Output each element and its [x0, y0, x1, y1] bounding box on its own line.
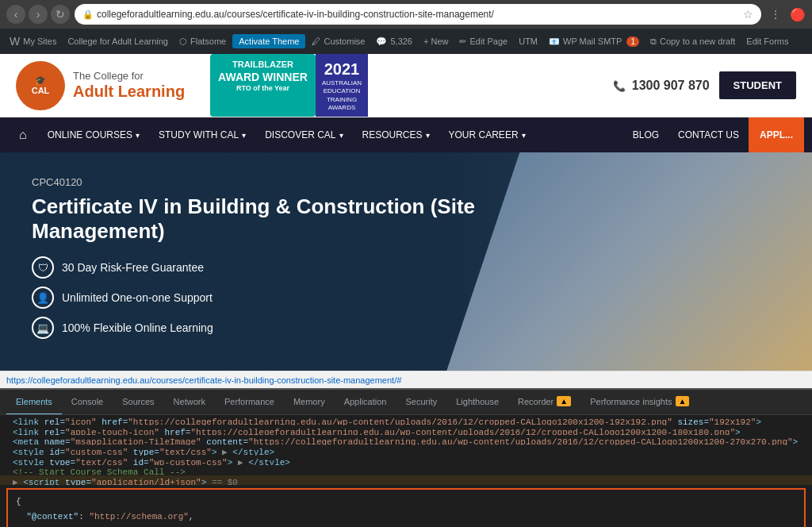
- wp-my-sites[interactable]: W My Sites: [5, 29, 61, 54]
- devtools-tab-recorder[interactable]: Recorder ▲: [508, 390, 580, 415]
- hero-section: CPC40120 Certificate IV in Building & Co…: [0, 152, 812, 371]
- chevron-down-icon: ▾: [136, 131, 140, 140]
- nav-discover-cal[interactable]: DISCOVER CAL ▾: [255, 117, 352, 152]
- logo-line2: Adult Learning: [73, 83, 185, 100]
- award-org2: EDUCATION: [322, 87, 362, 95]
- feature3-text: 100% Flexible Online Learning: [62, 321, 213, 334]
- wp-customise[interactable]: 🖊 Customise: [307, 29, 370, 54]
- json-content-panel: { "@context": "http://schema.org", "@typ…: [6, 488, 806, 527]
- activate-theme-button[interactable]: Activate Theme: [232, 34, 305, 48]
- reload-button[interactable]: ↻: [51, 5, 70, 24]
- wp-utm[interactable]: UTM: [514, 29, 542, 54]
- header-right: 📞 1300 907 870 STUDENT: [613, 71, 796, 99]
- wp-college-link[interactable]: College for Adult Learning: [63, 29, 173, 54]
- site-logo[interactable]: 🎓CAL The College for Adult Learning TRAI…: [16, 54, 368, 117]
- wp-mail-smtp[interactable]: 📧 WP Mail SMTP 1: [544, 29, 644, 54]
- cal-logo-circle: 🎓CAL: [16, 61, 65, 110]
- nav-blog[interactable]: BLOG: [623, 117, 668, 152]
- flatsome-icon: ⬡: [179, 37, 187, 47]
- wp-new[interactable]: + New: [419, 29, 454, 54]
- nav-online-courses[interactable]: ONLINE COURSES ▾: [38, 117, 149, 152]
- phone-number: 1300 907 870: [632, 79, 710, 92]
- student-button[interactable]: STUDENT: [719, 71, 796, 99]
- devtools-tab-elements[interactable]: Elements: [6, 390, 62, 415]
- html-line-4: <style id="custom-css" type="text/css"> …: [0, 445, 812, 456]
- devtools-tab-perf-insights[interactable]: Performance insights ▲: [580, 390, 699, 415]
- hero-content: CPC40120 Certificate IV in Building & Co…: [32, 176, 508, 347]
- html-line-5: <style type="text/css" id="wp-custom-css…: [0, 456, 812, 466]
- hero-feature-1: 🛡 30 Day Risk-Free Guarantee: [32, 256, 508, 279]
- nav-resources[interactable]: RESOURCES ▾: [353, 117, 439, 152]
- recorder-warn: ▲: [557, 396, 571, 406]
- award-year-block: 2021 AUSTRALIAN EDUCATION TRAINING AWARD…: [316, 54, 368, 117]
- edit-icon: ✏: [459, 37, 466, 47]
- star-icon[interactable]: ☆: [743, 8, 753, 21]
- wp-flatsome[interactable]: ⬡ Flatsome: [174, 29, 231, 54]
- feature2-text: Unlimited One-on-one Support: [62, 291, 213, 304]
- customise-label: Customise: [324, 37, 365, 46]
- blog-label: BLOG: [633, 129, 659, 140]
- wp-admin-bar: W My Sites College for Adult Learning ⬡ …: [0, 29, 812, 54]
- flexible-icon: 💻: [32, 317, 54, 339]
- devtools-tabs: Elements Console Sources Network Perform…: [0, 390, 812, 415]
- html-script-line[interactable]: ▶ <script type="application/ld+json"> ==…: [0, 475, 812, 486]
- hero-feature-2: 👤 Unlimited One-on-one Support: [32, 287, 508, 309]
- devtools-tab-sources[interactable]: Sources: [113, 390, 163, 415]
- phone-block[interactable]: 📞 1300 907 870: [613, 79, 710, 93]
- wp-edit-page[interactable]: ✏ Edit Page: [454, 29, 512, 54]
- copy-draft-label: Copy to a new draft: [660, 37, 735, 46]
- devtools-tab-application[interactable]: Application: [335, 390, 396, 415]
- status-url: https://collegeforadultlearning.edu.au/c…: [6, 375, 401, 385]
- award-org4: AWARDS: [322, 104, 362, 112]
- award-block: TRAILBLAZER AWARD WINNER RTO of the Year…: [202, 54, 368, 117]
- wp-logo-icon: W: [10, 35, 20, 48]
- browser-nav-buttons: ‹ › ↻: [6, 5, 70, 24]
- comments-count: 5,326: [390, 37, 412, 46]
- html-line-2: <link rel="apple-touch-icon" href="https…: [0, 425, 812, 436]
- devtools-tab-performance[interactable]: Performance: [215, 390, 284, 415]
- wp-mail-label: WP Mail SMTP: [563, 37, 622, 46]
- devtools-tab-lighthouse[interactable]: Lighthouse: [446, 390, 508, 415]
- nav-apply[interactable]: APPL...: [749, 117, 804, 152]
- customise-icon: 🖊: [312, 37, 320, 46]
- wp-copy-draft[interactable]: ⧉ Copy to a new draft: [645, 29, 740, 54]
- your-career-label: YOUR CAREER: [449, 129, 519, 140]
- back-button[interactable]: ‹: [6, 5, 25, 24]
- contact-us-label: CONTACT US: [678, 129, 739, 140]
- nav-study-with-cal[interactable]: STUDY WITH CAL ▾: [149, 117, 255, 152]
- share-button[interactable]: ⋮: [766, 5, 785, 24]
- perf-warn: ▲: [676, 396, 690, 406]
- award-badge: TRAILBLAZER AWARD WINNER RTO of the Year: [210, 54, 316, 117]
- nav-home[interactable]: ⌂: [8, 117, 38, 152]
- support-icon: 👤: [32, 287, 54, 309]
- devtools-tab-memory[interactable]: Memory: [284, 390, 335, 415]
- address-bar[interactable]: 🔒 collegeforadultlearning.edu.au/courses…: [75, 4, 761, 25]
- resources-label: RESOURCES: [362, 129, 423, 140]
- new-label: + New: [423, 37, 449, 46]
- forward-button[interactable]: ›: [29, 5, 48, 24]
- flatsome-label: Flatsome: [190, 37, 226, 46]
- wp-edit-forms[interactable]: Edit Forms: [741, 29, 793, 54]
- devtools-tab-console[interactable]: Console: [62, 390, 113, 415]
- nav-contact-us[interactable]: CONTACT US: [668, 117, 749, 152]
- apply-label: APPL...: [760, 129, 793, 140]
- award-trailblazer: TRAILBLAZER: [218, 59, 308, 70]
- nav-your-career[interactable]: YOUR CAREER ▾: [439, 117, 535, 152]
- devtools-content: <link rel="icon" href="https://collegefo…: [0, 415, 812, 527]
- feature1-text: 30 Day Risk-Free Guarantee: [62, 261, 204, 274]
- json-context: "@context": "http://schema.org",: [16, 510, 796, 525]
- chevron-down-icon4: ▾: [426, 131, 430, 140]
- award-winner: AWARD WINNER: [218, 70, 308, 84]
- json-line-open: {: [16, 494, 796, 510]
- address-text: collegeforadultlearning.edu.au/courses/c…: [97, 9, 740, 20]
- devtools-tab-network[interactable]: Network: [164, 390, 215, 415]
- browser-actions: ⋮ 🔴: [766, 5, 806, 24]
- award-year: 2021: [322, 59, 362, 79]
- award-org3: TRAINING: [322, 96, 362, 104]
- chevron-down-icon2: ▾: [242, 131, 246, 140]
- wp-comments[interactable]: 💬 5,326: [371, 29, 417, 54]
- lock-icon: 🔒: [82, 10, 94, 20]
- devtools-tab-security[interactable]: Security: [396, 390, 446, 415]
- chevron-down-icon5: ▾: [522, 131, 526, 140]
- course-title: Certificate IV in Building & Constructio…: [32, 194, 508, 244]
